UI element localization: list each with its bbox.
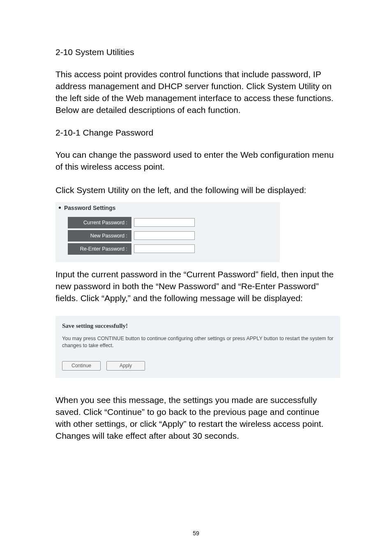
- password-fields-table: Current Password : New Password : Re-Ent…: [68, 215, 195, 256]
- label-current-password: Current Password :: [68, 217, 131, 228]
- save-confirmation-panel: Save setting successfully! You may press…: [55, 316, 340, 378]
- page-number: 59: [0, 530, 392, 537]
- label-reenter-password: Re-Enter Password :: [68, 243, 131, 255]
- reenter-password-input[interactable]: [134, 244, 195, 253]
- save-success-description: You may press CONTINUE button to continu…: [62, 335, 334, 350]
- field-row-new-password: New Password :: [68, 230, 195, 242]
- section-body-2-10-1-p2: Click System Utility on the left, and th…: [55, 184, 337, 196]
- input-cell: [131, 243, 195, 255]
- section-title-2-10: 2-10 System Utilities: [55, 47, 337, 57]
- save-success-title: Save setting successfully!: [62, 322, 334, 329]
- section-body-2-10-1-p1: You can change the password used to ente…: [55, 149, 337, 173]
- final-paragraph: When you see this message, the settings …: [55, 394, 337, 442]
- field-row-reenter-password: Re-Enter Password :: [68, 243, 195, 255]
- password-settings-header: Password Settings: [59, 205, 277, 211]
- save-button-row: Continue Apply: [62, 361, 334, 371]
- section-body-2-10: This access point provides control funct…: [55, 69, 337, 116]
- current-password-input[interactable]: [134, 218, 195, 227]
- password-settings-title: Password Settings: [64, 205, 115, 211]
- input-cell: [131, 217, 195, 228]
- bullet-icon: [59, 207, 61, 209]
- field-row-current-password: Current Password :: [68, 217, 195, 228]
- password-settings-panel: Password Settings Current Password : New…: [55, 202, 280, 262]
- section-title-2-10-1: 2-10-1 Change Password: [55, 128, 337, 138]
- apply-button[interactable]: Apply: [106, 361, 145, 371]
- input-cell: [131, 230, 195, 242]
- new-password-input[interactable]: [134, 231, 195, 240]
- label-new-password: New Password :: [68, 230, 131, 242]
- after-settings-paragraph: Input the current password in the “Curre…: [55, 269, 337, 304]
- continue-button[interactable]: Continue: [62, 361, 101, 371]
